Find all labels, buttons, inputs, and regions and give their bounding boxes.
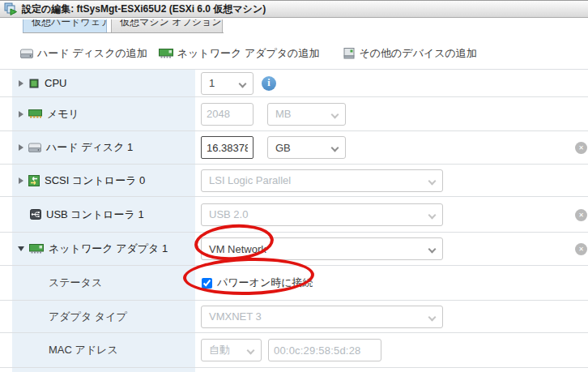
row-adapter-type: アダプタ タイプ VMXNET 3 (0, 301, 588, 333)
mac-mode-value: 自動 (209, 343, 230, 357)
network-label-cell: ネットワーク アダプタ 1 (12, 233, 195, 265)
row-hard-disk-1: ハード ディスク 1 GB (0, 131, 588, 165)
chevron-down-icon (428, 211, 437, 219)
hard-disk-label: ハード ディスク 1 (46, 140, 133, 155)
row-memory: メモリ MB (0, 97, 588, 131)
network-value-cell: VM Network (195, 233, 588, 265)
cpu-icon (28, 78, 40, 89)
memory-icon (28, 109, 42, 118)
adapter-type-value-cell: VMXNET 3 (195, 301, 588, 332)
row-cpu: CPU 1 (0, 70, 588, 97)
chevron-down-icon (428, 313, 437, 321)
dialog-title: 設定の編集: ftSysMgt-ESXi65U2 (ESXi 6.0 仮想マシン… (22, 2, 266, 16)
edit-settings-dialog: 設定の編集: ftSysMgt-ESXi65U2 (ESXi 6.0 仮想マシン… (0, 0, 588, 372)
network-adapter-icon (29, 244, 44, 254)
memory-label: メモリ (47, 107, 79, 122)
add-network-adapter-label: ネットワーク アダプタの追加 (177, 46, 320, 61)
chevron-down-icon (428, 246, 437, 254)
usb-label-cell: USB コントローラ 1 (12, 197, 195, 232)
cpu-count-select[interactable]: 1 (201, 72, 254, 95)
scsi-label: SCSI コントローラ 0 (45, 173, 145, 188)
add-hard-disk-label: ハード ディスクの追加 (37, 46, 147, 61)
expand-arrow-icon[interactable] (19, 177, 23, 184)
adapter-type-value: VMXNET 3 (209, 310, 262, 323)
row-scsi-controller-0: SCSI コントローラ 0 LSI Logic Parallel (0, 165, 588, 197)
status-value-cell: パワーオン時に接続 (195, 266, 588, 300)
remove-hard-disk-icon[interactable] (575, 142, 587, 154)
hard-disk-unit-select[interactable]: GB (267, 136, 346, 159)
memory-unit-value: MB (275, 108, 292, 120)
mac-value-cell: 自動 (195, 333, 588, 367)
memory-value-cell: MB (195, 97, 588, 130)
status-label-cell: ステータス (12, 266, 195, 300)
vm-edit-icon (4, 2, 18, 15)
remove-usb-controller-icon[interactable] (575, 209, 587, 221)
scsi-type-select[interactable]: LSI Logic Parallel (201, 169, 443, 192)
collapse-arrow-icon[interactable] (18, 246, 24, 251)
expand-arrow-icon[interactable] (19, 111, 23, 118)
network-adapter-icon (159, 49, 173, 58)
usb-value-cell: USB 2.0 (195, 197, 588, 232)
scsi-value-cell: LSI Logic Parallel (195, 165, 588, 196)
row-network-adapter-1: ネットワーク アダプタ 1 VM Network (0, 233, 588, 266)
add-device-toolbar: ハード ディスクの追加 ネットワーク アダプタの追加 (20, 45, 588, 62)
adapter-type-label-cell: アダプタ タイプ (12, 301, 195, 332)
row-usb-controller-1: USB コントローラ 1 USB 2.0 (0, 197, 588, 233)
dialog-titlebar: 設定の編集: ftSysMgt-ESXi65U2 (ESXi 6.0 仮想マシン… (0, 0, 588, 18)
cpu-value-cell: 1 (195, 70, 588, 96)
cpu-label: CPU (45, 77, 66, 89)
tab-vm-options-label: 仮想マシン オプション... (120, 19, 223, 28)
info-icon[interactable] (262, 76, 276, 91)
row-network-status: ステータス パワーオン時に接続 (0, 266, 588, 301)
connect-at-power-on-checkbox[interactable] (202, 278, 212, 289)
tab-vm-options[interactable]: 仮想マシン オプション... (111, 19, 223, 33)
hard-disk-label-cell: ハード ディスク 1 (12, 131, 195, 164)
add-hard-disk-button[interactable]: ハード ディスクの追加 (20, 46, 147, 61)
add-network-adapter-button[interactable]: ネットワーク アダプタの追加 (159, 46, 320, 61)
hard-disk-value-cell: GB (195, 131, 588, 164)
hard-disk-icon (28, 143, 41, 153)
row-partial (0, 368, 588, 372)
chevron-down-icon (428, 177, 437, 185)
expand-arrow-icon[interactable] (19, 80, 23, 87)
network-portgroup-select[interactable]: VM Network (201, 237, 443, 260)
hard-disk-size-input[interactable] (201, 136, 254, 159)
partial-label-cell (12, 368, 195, 372)
network-portgroup-value: VM Network (209, 243, 266, 255)
chevron-down-icon (331, 110, 339, 118)
add-other-device-label: その他のデバイスの追加 (359, 46, 476, 61)
connect-at-power-on-label: パワーオン時に接続 (217, 276, 313, 290)
cpu-label-cell: CPU (12, 70, 195, 96)
mac-mode-select[interactable]: 自動 (201, 339, 262, 361)
tab-virtual-hardware[interactable]: 仮想ハードウェア (23, 19, 107, 33)
memory-unit-select[interactable]: MB (267, 103, 346, 126)
chevron-down-icon (239, 79, 247, 88)
hard-disk-icon (20, 49, 33, 59)
usb-type-value: USB 2.0 (209, 208, 248, 220)
other-device-icon (343, 48, 355, 59)
usb-label: USB コントローラ 1 (46, 207, 144, 222)
virtual-hardware-grid: CPU 1 (0, 69, 588, 372)
mac-address-input[interactable] (268, 339, 381, 361)
tab-virtual-hardware-label: 仮想ハードウェア (32, 19, 107, 28)
adapter-type-label: アダプタ タイプ (49, 310, 127, 324)
add-other-device-button[interactable]: その他のデバイスの追加 (343, 46, 476, 61)
tab-strip: 仮想ハードウェア 仮想マシン オプション... (23, 19, 224, 33)
row-mac-address: MAC アドレス 自動 (0, 333, 588, 368)
mac-address-label: MAC アドレス (49, 343, 118, 357)
expand-arrow-icon[interactable] (19, 144, 23, 151)
mac-label-cell: MAC アドレス (12, 333, 195, 367)
partial-value-cell (195, 368, 588, 372)
adapter-type-select[interactable]: VMXNET 3 (201, 306, 443, 328)
remove-network-adapter-icon[interactable] (575, 243, 587, 255)
memory-label-cell: メモリ (12, 97, 195, 130)
memory-size-input[interactable] (201, 103, 254, 126)
scsi-controller-icon (28, 175, 40, 186)
usb-type-select[interactable]: USB 2.0 (201, 203, 443, 226)
cpu-count-value: 1 (209, 77, 215, 89)
scsi-type-value: LSI Logic Parallel (209, 174, 291, 186)
hard-disk-unit-value: GB (275, 142, 291, 154)
network-label: ネットワーク アダプタ 1 (49, 242, 168, 256)
chevron-down-icon (247, 347, 255, 355)
usb-controller-icon (30, 209, 41, 220)
